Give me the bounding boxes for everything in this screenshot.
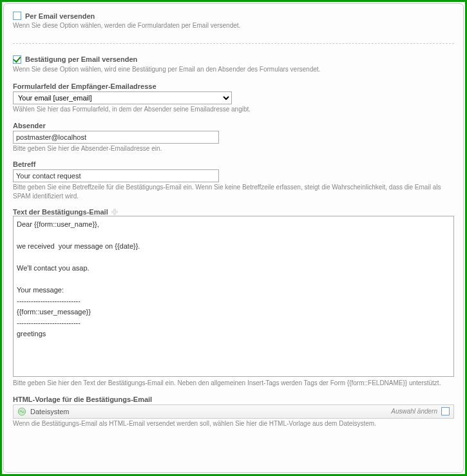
body-text-group: Text der Bestätigungs-Email Bitte geben … — [13, 208, 454, 388]
section-divider — [13, 43, 454, 44]
confirm-email-label: Bestätigung per Email versenden — [25, 55, 137, 63]
per-email-section: Per Email versenden Wenn Sie diese Optio… — [13, 12, 454, 30]
body-text-textarea[interactable] — [13, 216, 454, 377]
recipient-field-group: Formularfeld der Empfänger-Emailadresse … — [13, 82, 454, 114]
per-email-label: Per Email versenden — [25, 12, 95, 20]
subject-group: Betreff Bitte geben Sie eine Betreffzeil… — [13, 160, 454, 200]
confirm-email-help: Wenn Sie diese Option wählen, wird eine … — [13, 65, 454, 74]
subject-help: Bitte geben Sie eine Betreffzeile für di… — [13, 183, 454, 200]
sender-input[interactable] — [13, 131, 219, 144]
confirm-email-checkbox[interactable] — [13, 55, 21, 64]
filesystem-icon — [17, 407, 26, 416]
html-template-row: Dateisystem Auswahl ändern — [13, 405, 454, 419]
sender-group: Absender Bitte geben Sie hier die Absend… — [13, 122, 454, 153]
form-panel: Per Email versenden Wenn Sie diese Optio… — [3, 3, 464, 473]
body-text-help: Bitte geben Sie hier den Text der Bestät… — [13, 379, 454, 388]
recipient-field-select[interactable]: Your email [user_email] — [13, 91, 232, 104]
change-selection-link[interactable]: Auswahl ändern — [391, 408, 437, 415]
html-template-help: Wenn die Bestätigungs-Email als HTML-Ema… — [13, 419, 454, 428]
per-email-help: Wenn Sie diese Option wählen, werden die… — [13, 21, 454, 30]
subject-input[interactable] — [13, 169, 219, 182]
html-template-group: HTML-Vorlage für die Bestätigungs-Email … — [13, 395, 454, 428]
html-template-checkbox[interactable] — [441, 407, 450, 415]
html-template-source: Dateisystem — [30, 408, 391, 415]
per-email-checkbox[interactable] — [13, 12, 21, 20]
sender-label: Absender — [13, 122, 454, 129]
outer-frame: Per Email versenden Wenn Sie diese Optio… — [0, 0, 467, 476]
sender-help: Bitte geben Sie hier die Absender-Emaila… — [13, 144, 454, 153]
subject-label: Betreff — [13, 160, 454, 168]
expand-icon[interactable] — [111, 209, 118, 215]
body-text-label: Text der Bestätigungs-Email — [13, 208, 108, 216]
recipient-field-label: Formularfeld der Empfänger-Emailadresse — [13, 82, 454, 90]
confirm-email-section: Bestätigung per Email versenden Wenn Sie… — [13, 55, 454, 74]
html-template-label: HTML-Vorlage für die Bestätigungs-Email — [13, 395, 454, 403]
recipient-field-help: Wählen Sie hier das Formularfeld, in dem… — [13, 105, 454, 114]
